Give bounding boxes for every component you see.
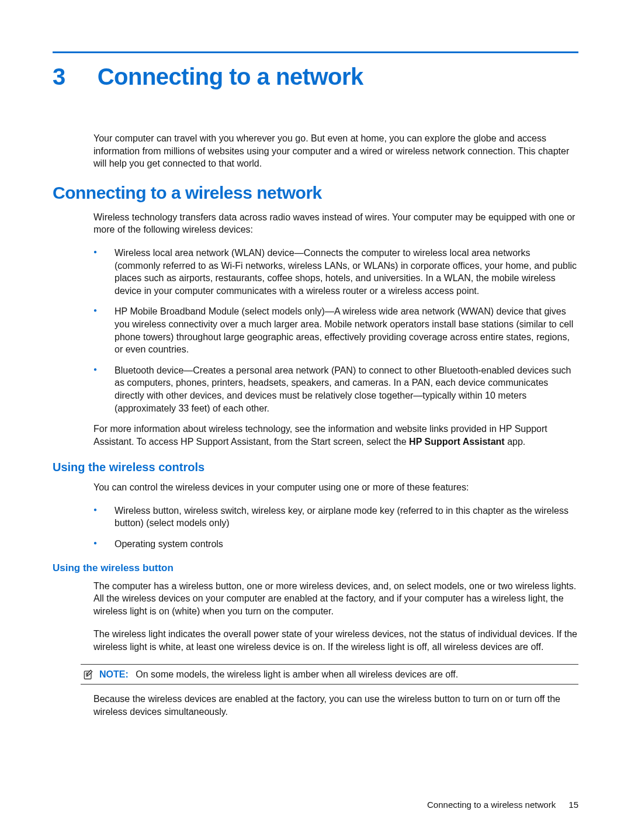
list-item: Bluetooth device—Creates a personal area… [93, 364, 578, 414]
s2-paragraph-1: You can control the wireless devices in … [93, 481, 578, 494]
s1-paragraph-2: For more information about wireless tech… [93, 423, 578, 448]
s1-p2-bold: HP Support Assistant [409, 437, 505, 447]
heading-wireless-controls: Using the wireless controls [53, 461, 578, 474]
chapter-number: 3 [53, 64, 91, 90]
list-item: HP Mobile Broadband Module (select model… [93, 305, 578, 355]
chapter-rule [53, 51, 578, 53]
page-footer: Connecting to a wireless network 15 [427, 800, 578, 810]
s1-paragraph-1: Wireless technology transfers data acros… [93, 211, 578, 236]
heading-wireless-button: Using the wireless button [53, 562, 578, 574]
s1-bullet-list: Wireless local area network (WLAN) devic… [93, 247, 578, 414]
s3-paragraph-2: The wireless light indicates the overall… [93, 628, 578, 653]
note-icon [82, 669, 95, 680]
s3-paragraph-1: The computer has a wireless button, one … [93, 580, 578, 618]
list-item: Wireless button, wireless switch, wirele… [93, 504, 578, 530]
note-line: NOTE: On some models, the wireless light… [81, 665, 578, 685]
chapter-title-text: Connecting to a network [98, 64, 363, 89]
footer-page-number: 15 [568, 800, 578, 810]
s2-bullet-list: Wireless button, wireless switch, wirele… [93, 504, 578, 551]
note-text: On some models, the wireless light is am… [136, 669, 458, 679]
list-item: Operating system controls [93, 538, 578, 551]
note-label: NOTE: [99, 669, 129, 679]
chapter-title: 3 Connecting to a network [53, 64, 578, 90]
footer-section-text: Connecting to a wireless network [427, 800, 556, 810]
note-content: NOTE: On some models, the wireless light… [99, 668, 458, 681]
s1-p2-part-b: app. [505, 437, 526, 447]
note-rule-bottom [81, 684, 578, 685]
note-box: NOTE: On some models, the wireless light… [81, 664, 578, 685]
s3-paragraph-3: Because the wireless devices are enabled… [93, 693, 578, 718]
intro-paragraph: Your computer can travel with you wherev… [93, 132, 578, 170]
heading-connecting-wireless: Connecting to a wireless network [53, 183, 578, 203]
list-item: Wireless local area network (WLAN) devic… [93, 247, 578, 297]
page: 3 Connecting to a network Your computer … [0, 0, 631, 840]
